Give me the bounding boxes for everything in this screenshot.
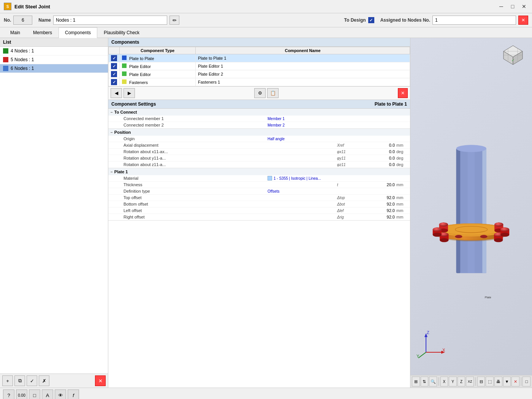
vp-cross-button[interactable]: ✕ [511,377,519,386]
color-indicator [3,66,8,71]
vp-pan-button[interactable]: ⇅ [421,377,429,386]
row-label: Material [122,176,266,180]
no-input[interactable] [13,16,32,25]
edit-button-2[interactable]: 📋 [267,88,279,98]
formula-button[interactable]: f [68,390,79,399]
svg-text:✓: ✓ [511,58,515,62]
list-delete-button[interactable]: ✕ [95,375,106,386]
tree-row: Bottom offset Δbot 92.0 mm [108,201,410,207]
maximize-button[interactable]: □ [508,2,517,11]
tab-members[interactable]: Members [27,27,59,38]
svg-point-35 [494,238,503,242]
left-panel-toolbar: + ⧉ ✓ ✗ ✕ [0,374,108,388]
delete-component-button[interactable]: ✕ [398,88,408,98]
tab-main[interactable]: Main [4,27,27,38]
vp-zoom-button[interactable]: 🔍 [429,377,437,386]
group-label: Position [114,130,131,135]
row-sym: Δlef [336,209,366,213]
table-row[interactable]: Plate to Plate Plate to Plate 1 [109,54,410,62]
assigned-clear-button[interactable]: ✕ [518,16,528,25]
tree-group-position: − Position Origin Half angle Axial displ… [108,129,410,168]
help-button[interactable]: ? [3,390,14,399]
right-content: Components Component Type Component Name [108,38,532,388]
edit-button-1[interactable]: ⚙ [254,88,266,98]
tree-row: Rotation about y11-a... φy11 0.0 deg [108,155,410,162]
assigned-input[interactable] [432,16,516,25]
collapse-icon: − [111,110,113,114]
axis-svg: Z X Y [416,329,447,360]
row-checkbox[interactable] [111,55,117,61]
vp-settings-button[interactable]: □ [522,377,530,386]
list-item[interactable]: 5 Nodes : 1 [0,55,108,64]
name-label: Name [38,17,51,23]
vp-layer-button[interactable]: ⊟ [477,377,485,386]
edit-name-button[interactable]: ✏ [169,16,179,25]
list-item[interactable]: 4 Nodes : 1 [0,47,108,55]
group-header-plate1[interactable]: − Plate 1 [108,168,410,175]
group-header-to-connect[interactable]: − To Connect [108,109,410,116]
row-sym: φx11 [336,150,366,154]
col-check [109,47,120,54]
vp-x-button[interactable]: X [440,377,448,386]
svg-rect-12 [468,149,475,273]
svg-text:Y: Y [416,354,420,358]
list-check-button[interactable]: ✓ [27,375,37,386]
list-add-button[interactable]: + [2,375,13,386]
settings-tree: − To Connect Connected member 1 Member 1… [108,109,410,221]
vp-cube-button[interactable]: ⬚ [486,377,494,386]
assigned-label: Assigned to Nodes No. [380,17,430,23]
tree-group-plate1: − Plate 1 Material 1 - S355 | Isotropic … [108,168,410,221]
nav-cube[interactable]: ✓ [498,42,528,72]
name-input[interactable] [53,16,167,25]
row-value: 92.0 [366,208,396,213]
row-unit: mm [396,182,410,187]
group-header-position[interactable]: − Position [108,129,410,136]
settings-header-value: Plate to Plate 1 [375,101,407,107]
vp-xz-button[interactable]: XZ [466,377,474,386]
row-sym: Xref [336,143,366,147]
list-uncheck-button[interactable]: ✗ [39,375,49,386]
vp-select-button[interactable]: ⊞ [412,377,420,386]
table-row[interactable]: Plate Editor Plate Editor 2 [109,70,410,78]
row-label: Thickness [122,182,336,187]
vp-arrow-button[interactable]: ▼ [503,377,511,386]
row-label: Origin [122,136,266,141]
minimize-button[interactable]: ─ [497,2,505,11]
type-label: Plate Editor [129,64,151,69]
svg-point-45 [455,235,462,238]
row-checkbox[interactable] [111,63,117,69]
list-copy-button[interactable]: ⧉ [14,375,25,386]
table-row[interactable]: Fasteners Fasteners 1 [109,78,410,86]
row-value: Member 2 [266,123,410,127]
work-area: Components Component Type Component Name [108,38,532,388]
title-bar: S Edit Steel Joint ─ □ ✕ [0,0,532,13]
list-item-selected[interactable]: 6 Nodes : 1 [0,64,108,73]
vp-print-button[interactable]: 🖶 [494,377,502,386]
row-checkbox[interactable] [111,79,117,85]
vp-y-button[interactable]: Y [449,377,457,386]
tree-row: Origin Half angle [108,136,410,142]
vp-z-button[interactable]: Z [458,377,466,386]
to-design-checkbox[interactable] [368,17,374,23]
row-checkbox[interactable] [111,71,117,77]
move-left-button[interactable]: ◀ [111,88,122,98]
move-right-button[interactable]: ▶ [124,88,135,98]
table-row[interactable]: Plate Editor Plate Editor 1 [109,62,410,70]
color-button[interactable]: □ [29,390,40,399]
tab-components[interactable]: Components [59,27,97,38]
app-icon: S [4,3,11,10]
settings-header-label: Component Settings [111,101,156,107]
row-value: 92.0 [366,215,396,219]
component-settings-panel: Component Settings Plate to Plate 1 − To… [108,100,410,388]
viewport-3d[interactable]: ✓ [410,38,532,388]
numeric-button[interactable]: 0.00 [16,390,27,399]
collapse-icon: − [111,170,113,174]
eye-button[interactable]: 👁 [55,390,66,399]
material-color [268,176,272,180]
tree-row: Definition type Offsets [108,188,410,195]
text-button[interactable]: A [42,390,53,399]
tab-plausibility[interactable]: Plausibility Check [97,27,146,38]
row-value: 1 - S355 | Isotropic | Linea... [266,176,410,180]
material-label: 1 - S355 | Isotropic | Linea... [274,176,321,180]
close-button[interactable]: ✕ [520,2,528,11]
